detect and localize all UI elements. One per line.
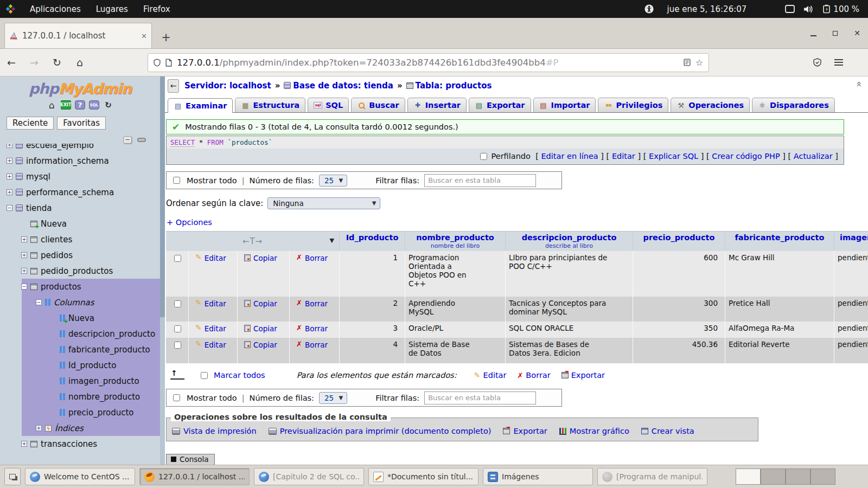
tree-item-escuela-ejemplo[interactable]: +escuela_ejemplo xyxy=(0,144,160,153)
tab-close-icon[interactable]: ✕ xyxy=(141,32,147,40)
bookmark-star-icon[interactable]: ☆ xyxy=(695,57,703,68)
taskbar-button-documento-sin-ti-tul[interactable]: *Documento sin títul... xyxy=(368,468,478,485)
tree-item-information-schema[interactable]: +information_schema xyxy=(0,153,160,169)
tree-item-imagen-producto[interactable]: imagen_producto xyxy=(0,373,160,389)
tree-collapse-icon[interactable]: − xyxy=(21,284,27,290)
sort-key-select[interactable]: Ninguna▼ xyxy=(267,197,380,209)
tab-examinar[interactable]: ▤Examinar xyxy=(168,98,233,113)
row-borrar-link[interactable]: Borrar xyxy=(305,299,328,308)
tree-item-productos[interactable]: −productos xyxy=(0,279,160,294)
tree-item-fabricante-producto[interactable]: fabricante_producto xyxy=(0,342,160,357)
column-header-fabricante-producto[interactable]: fabricante_producto xyxy=(725,232,834,251)
home-icon[interactable]: ⌂ xyxy=(68,56,91,68)
query-window-icon[interactable]: SQL xyxy=(89,100,99,110)
mostrar-gra-fico-link[interactable]: Mostrar gráfico xyxy=(559,427,629,435)
row-checkbox[interactable] xyxy=(174,255,181,262)
tree-expand-icon[interactable]: + xyxy=(21,252,27,258)
tree-item-tienda[interactable]: −tienda xyxy=(0,200,160,216)
editar-link[interactable]: Editar xyxy=(612,152,635,160)
clock[interactable]: jue ene 5, 16:26:07 xyxy=(667,4,746,14)
taskbar-button-programa-de-manipul[interactable]: [Programa de manipul... xyxy=(597,468,707,485)
row-copiar-link[interactable]: Copiar xyxy=(253,254,277,262)
breadcrumb-base-de-datos-tienda[interactable]: Base de datos: tienda xyxy=(293,81,393,91)
hamburger-menu-icon[interactable] xyxy=(834,59,843,66)
row-checkbox[interactable] xyxy=(174,342,181,349)
tree-item-precio-producto[interactable]: precio_producto xyxy=(0,404,160,420)
tree-item-performance-schema[interactable]: +performance_schema xyxy=(0,184,160,200)
new-tab-button[interactable]: + xyxy=(158,31,174,44)
favorite-tables-dropdown[interactable]: Favoritas xyxy=(57,117,106,130)
exportar-link[interactable]: Exportar xyxy=(503,427,547,435)
battery-indicator[interactable]: 100 % xyxy=(822,4,859,14)
tab-operaciones[interactable]: ⚒Operaciones xyxy=(671,98,750,112)
taskbar-button-capitulo-2-de-sql-co[interactable]: [Capitulo 2 de SQL co... xyxy=(254,468,364,485)
workspace-1[interactable] xyxy=(736,468,761,485)
column-sort-header[interactable]: ←T→ ▼ xyxy=(166,232,340,251)
protection-shield-icon[interactable] xyxy=(813,58,821,67)
tree-item-columnas[interactable]: −Columnas xyxy=(0,294,160,310)
row-borrar-link[interactable]: Borrar xyxy=(305,254,328,262)
workspace-2[interactable] xyxy=(761,468,786,485)
select-all-link[interactable]: Marcar todos xyxy=(214,371,265,380)
filter-input[interactable] xyxy=(424,174,536,187)
reload-icon[interactable]: ↻ xyxy=(46,56,68,68)
screen-icon[interactable] xyxy=(785,5,795,13)
tab-buscar[interactable]: Buscar xyxy=(351,98,405,112)
tab-insertar[interactable]: ✚Insertar xyxy=(407,98,467,112)
collapse-all-icon[interactable]: − xyxy=(123,136,132,144)
tree-item-id-producto[interactable]: Id_producto xyxy=(0,357,160,373)
tree-expand-icon[interactable]: + xyxy=(7,189,12,195)
row-borrar-link[interactable]: Borrar xyxy=(305,341,328,349)
tree-expand-icon[interactable]: + xyxy=(36,425,42,431)
tree-item-clientes[interactable]: +clientes xyxy=(0,232,160,247)
forward-icon[interactable]: → xyxy=(23,56,46,68)
tab-exportar[interactable]: ▤Exportar xyxy=(469,98,531,112)
filter-input[interactable] xyxy=(424,391,536,404)
taskbar-button-127-0-0-1-localhost[interactable]: 127.0.0.1 / localhost ... xyxy=(139,468,250,485)
tree-expand-icon[interactable]: + xyxy=(21,268,27,274)
tree-item-pedidos[interactable]: +pedidos xyxy=(0,247,160,263)
row-checkbox[interactable] xyxy=(174,325,181,332)
tree-expand-icon[interactable]: + xyxy=(7,144,12,148)
rows-count-select[interactable]: 25▼ xyxy=(319,175,347,187)
tree-item-nueva[interactable]: Nueva xyxy=(0,310,160,326)
show-all-checkbox[interactable] xyxy=(173,394,180,401)
show-all-checkbox[interactable] xyxy=(173,177,180,184)
link-with-main-icon[interactable] xyxy=(137,138,146,142)
tab-disparadores[interactable]: ✱Disparadores xyxy=(752,98,835,112)
sidebar-scrollbar[interactable] xyxy=(160,76,165,465)
row-borrar-link[interactable]: Borrar xyxy=(305,324,328,333)
workspace-3[interactable] xyxy=(786,468,810,485)
window-close-icon[interactable]: ✕ xyxy=(854,30,860,36)
row-editar-link[interactable]: Editar xyxy=(205,324,226,333)
row-copiar-link[interactable]: Copiar xyxy=(253,341,277,349)
back-icon[interactable]: ← xyxy=(0,56,23,68)
row-editar-link[interactable]: Editar xyxy=(205,341,226,349)
column-header-nombre-producto[interactable]: nombre_productonombre del libro xyxy=(405,232,506,251)
vista-de-impresio-n-link[interactable]: Vista de impresión xyxy=(172,427,257,435)
menu-aplicaciones[interactable]: Aplicaciones xyxy=(29,3,82,15)
options-toggle-link[interactable]: + Opciones xyxy=(167,218,212,227)
tree-item-pedido-productos[interactable]: +pedido_productos xyxy=(0,263,160,279)
editar-en-li-nea-link[interactable]: Editar en línea xyxy=(541,152,598,160)
tab-importar[interactable]: ▤Importar xyxy=(533,98,596,112)
window-restore-icon[interactable] xyxy=(833,31,838,36)
volume-icon[interactable] xyxy=(803,5,814,14)
tree-expand-icon[interactable]: + xyxy=(21,441,27,447)
home-icon[interactable]: ⌂ xyxy=(47,100,57,110)
rows-count-select[interactable]: 25▼ xyxy=(319,392,347,404)
breadcrumb-servidor-localhost[interactable]: Servidor: localhost xyxy=(184,81,271,91)
tab-estructura[interactable]: ▦Estructura xyxy=(235,98,305,112)
row-copiar-link[interactable]: Copiar xyxy=(253,299,277,308)
refresh-icon[interactable]: ↻ xyxy=(103,100,113,110)
profiling-checkbox[interactable] xyxy=(480,153,487,160)
crear-vista-link[interactable]: Crear vista xyxy=(641,427,694,435)
tree-item-nombre-producto[interactable]: nombre_producto xyxy=(0,389,160,404)
tree-collapse-icon[interactable]: − xyxy=(36,299,42,305)
crear-co-digo-php-link[interactable]: Crear código PHP xyxy=(712,152,780,160)
workspace-4[interactable] xyxy=(810,468,835,485)
help-icon[interactable]: ? xyxy=(75,100,85,110)
column-header-imagen-producto[interactable]: imagen_producto xyxy=(834,232,868,251)
window-minimize-icon[interactable] xyxy=(810,35,816,36)
column-header-id-producto[interactable]: Id_producto xyxy=(340,232,405,251)
